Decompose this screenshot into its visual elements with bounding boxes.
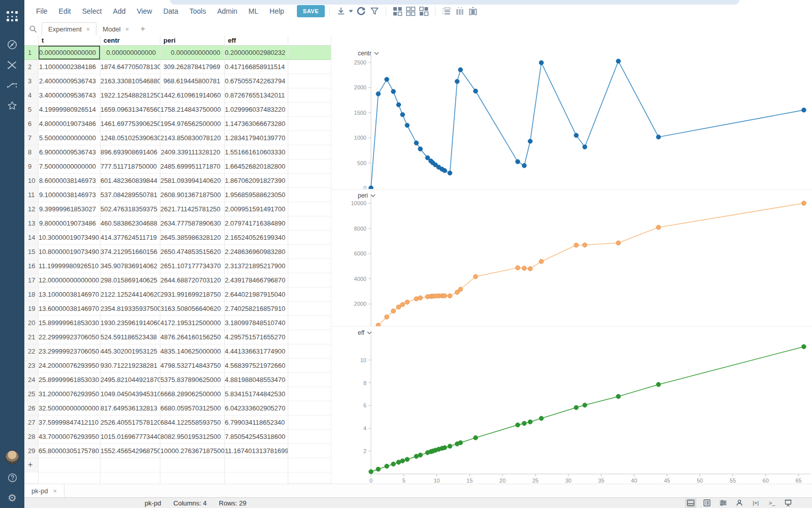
table-cell[interactable]: 32.50000000000000 (39, 401, 100, 416)
presentation-icon[interactable] (783, 498, 794, 508)
search-icon[interactable] (24, 22, 42, 36)
grid-corner-cell[interactable] (24, 36, 39, 45)
table-cell[interactable]: 2485.699951171870 (160, 160, 225, 174)
column-header-eff[interactable]: eff (225, 36, 288, 45)
table-cell[interactable]: 1.283417940139770 (225, 131, 288, 145)
table-cell[interactable]: 2.740258216857910 (225, 302, 288, 316)
table-cell[interactable]: 24.20000076293950 (39, 359, 100, 373)
table-cell[interactable]: 10.30000019073490 (39, 231, 100, 245)
table-cell[interactable]: 1659.096313476560 (100, 103, 160, 117)
table-cell[interactable]: 9.80000019073486 (39, 216, 100, 231)
table-cell[interactable]: 2.40000009536743 (39, 74, 100, 88)
select-columns-icon[interactable] (453, 5, 466, 18)
table-cell[interactable]: 2354.819335937500 (100, 302, 160, 316)
table-cell[interactable]: 2163.330810546880 (100, 74, 160, 88)
table-cell[interactable]: 6668.289062500000 (160, 387, 225, 401)
add-columns-icon[interactable] (466, 5, 480, 18)
table-cell[interactable]: 8.60000038146973 (39, 174, 100, 188)
table-cell[interactable]: 2.079741716384890 (225, 216, 288, 231)
table-cell[interactable]: 4172.195312500000 (160, 316, 225, 330)
status-columns-count[interactable]: Columns: 4 (174, 499, 207, 507)
table-cell[interactable]: 1874.647705078130 (100, 60, 160, 74)
table-cell[interactable]: 2645.385986328120 (160, 231, 225, 245)
table-cell[interactable]: 817.649536132813 (100, 401, 160, 416)
help-icon[interactable] (0, 467, 24, 488)
status-rows-count[interactable]: Rows: 29 (219, 499, 246, 507)
row-number[interactable]: 3 (24, 74, 39, 88)
table-cell[interactable]: 537.084289550781 (100, 188, 160, 202)
table-cell[interactable]: 2608.901367187500 (160, 188, 225, 202)
table-cell[interactable]: 7.50000000000000 (39, 160, 100, 174)
table-cell[interactable]: 3.180997848510740 (225, 316, 288, 330)
add-tab-button[interactable]: + (135, 22, 150, 36)
row-number[interactable]: 23 (24, 359, 39, 373)
row-number[interactable]: 7 (24, 131, 39, 145)
table-cell[interactable]: 4.19999980926514 (39, 103, 100, 117)
table-cell[interactable]: 414.377624511719 (100, 231, 160, 245)
table-cell[interactable]: 2495.821044921870 (100, 373, 160, 387)
row-number[interactable]: 17 (24, 273, 39, 288)
row-number[interactable]: 8 (24, 145, 39, 160)
menu-item-file[interactable]: File (30, 4, 53, 18)
row-number[interactable]: 20 (24, 316, 39, 330)
table-cell[interactable]: 2409.339111328120 (160, 145, 225, 160)
filter-icon[interactable] (368, 5, 381, 18)
chart-peri-plot[interactable]: 0200040006000800010000 (331, 189, 812, 327)
table-cell[interactable]: 5375.837890625000 (160, 373, 225, 387)
table-cell[interactable]: 1.664526820182800 (225, 160, 288, 174)
table-cell[interactable]: 25.89999961853030 (39, 373, 100, 387)
menu-item-tools[interactable]: Tools (184, 4, 212, 18)
table-cell[interactable]: 11.167401313781699 (225, 444, 288, 458)
table-cell[interactable]: 4835.140625000000 (160, 344, 225, 359)
tab-experiment[interactable]: Experiment × (42, 22, 96, 36)
table-cell[interactable]: 0.417166858911514 (225, 60, 288, 74)
table-cell[interactable]: 0.00000000000000 (39, 46, 100, 60)
table-cell[interactable]: 1.867062091827390 (225, 174, 288, 188)
column-header-centr[interactable]: centr (100, 36, 160, 45)
table-cell[interactable]: 1442.610961914060 (160, 88, 225, 103)
sliders-icon[interactable] (718, 498, 729, 508)
table-cell[interactable]: 9.10000038146973 (39, 188, 100, 202)
table-cell[interactable]: 4.295751571655270 (225, 330, 288, 344)
layout-grid-3-icon[interactable] (417, 5, 430, 18)
chart-eff-plot[interactable]: 24681005101520253035404550556065t (331, 327, 812, 484)
table-cell[interactable]: 11.19999980926510 (39, 259, 100, 273)
row-number[interactable]: 2 (24, 60, 39, 74)
table-cell[interactable]: 1922.125488281250 (100, 88, 160, 103)
table-cell[interactable]: 4.80000019073486 (39, 117, 100, 131)
table-cell[interactable]: 524.591186523438 (100, 330, 160, 344)
row-number[interactable]: 15 (24, 245, 39, 259)
row-number[interactable]: 11 (24, 188, 39, 202)
table-cell[interactable]: 13.10000038146970 (39, 288, 100, 302)
add-rows-icon[interactable] (440, 5, 453, 18)
chart-centr-plot[interactable]: 05001000150020002500 (331, 36, 812, 189)
table-cell[interactable]: 0.000000000000 (100, 46, 160, 60)
table-cell[interactable]: 7.850542545318600 (225, 430, 288, 444)
table-cell[interactable]: 2651.107177734370 (160, 259, 225, 273)
table-cell[interactable]: 0.000000000000 (160, 46, 225, 60)
row-number[interactable]: 12 (24, 202, 39, 216)
table-cell[interactable]: 896.693908691406 (100, 145, 160, 160)
table-cell[interactable]: 1049.045043945310 (100, 387, 160, 401)
table-cell[interactable]: 22.29999923706050 (39, 330, 100, 344)
table-cell[interactable]: 1015.016967773440 (100, 430, 160, 444)
table-cell[interactable]: 4.568397521972660 (225, 359, 288, 373)
table-cell[interactable]: 6.042333602905270 (225, 401, 288, 416)
table-cell[interactable]: 1461.697753906250 (100, 117, 160, 131)
browse-compass-icon[interactable] (0, 35, 24, 55)
table-cell[interactable]: 6.799034118652340 (225, 416, 288, 430)
table-cell[interactable]: 4876.264160156250 (160, 330, 225, 344)
table-cell[interactable]: 6.90000009536743 (39, 145, 100, 160)
table-cell[interactable]: 31.20000076293950 (39, 387, 100, 401)
table-cell[interactable]: 5.834151744842530 (225, 387, 288, 401)
table-cell[interactable]: 2.248636960983280 (225, 245, 288, 259)
menu-item-help[interactable]: Help (264, 4, 290, 18)
table-cell[interactable]: 2931.991699218750 (160, 288, 225, 302)
table-cell[interactable]: 2581.093994140620 (160, 174, 225, 188)
table-cell[interactable]: 8082.950195312500 (160, 430, 225, 444)
table-cell[interactable]: 2122.125244140620 (100, 288, 160, 302)
panels-icon[interactable] (685, 498, 696, 508)
row-number[interactable]: 9 (24, 160, 39, 174)
table-cell[interactable]: 37.59999847412110 (39, 416, 100, 430)
close-icon[interactable]: × (125, 25, 129, 33)
